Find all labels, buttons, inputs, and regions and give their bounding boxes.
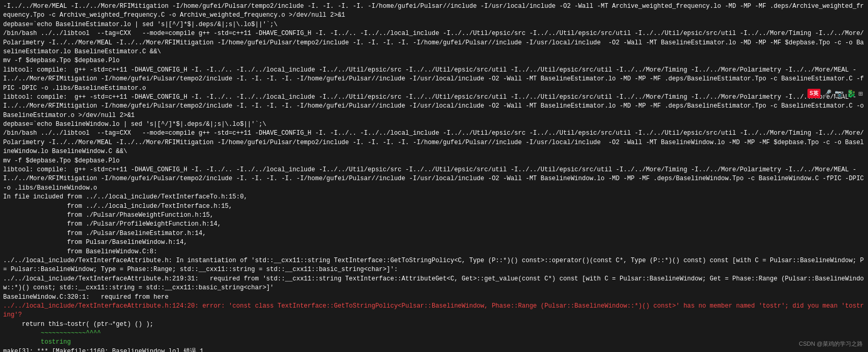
terminal-line-25: make[3]: *** [Makefile:1160: BaselineWin… bbox=[3, 347, 865, 352]
terminal-line-22: return this→tostr( (ptr→*get) () ); bbox=[3, 320, 865, 329]
terminal-line-1: -I../../More/MEAL -I../../More/RFIMitiga… bbox=[3, 2, 865, 20]
terminal-line-10: libtool: compile: g++ -std=c++11 -DHAVE_… bbox=[3, 166, 865, 193]
terminal-line-5: libtool: compile: g++ -std=c++11 -DHAVE_… bbox=[3, 66, 865, 93]
dragon-icon: 🐉 bbox=[847, 89, 855, 98]
terminal-line-11: In file included from ../../local_includ… bbox=[3, 193, 865, 202]
terminal-line-7: depbase=`echo BaselineWindow.lo | sed 's… bbox=[3, 120, 865, 129]
terminal-line-18: ../../local_include/TextInterfaceAttribu… bbox=[3, 256, 865, 275]
watermark-bottom-right: CSDN @菜鸡的学习之路 bbox=[799, 340, 863, 348]
camera-icon: 📷 bbox=[835, 89, 843, 98]
terminal-line-15: from ./Pulsar/BaselineEstimator.h:14, bbox=[3, 229, 865, 238]
terminal-line-21: ../../local_include/TextInterfaceAttribu… bbox=[3, 302, 865, 320]
terminal-line-4: mv -f $depbase.Tpo $depbase.Plo bbox=[3, 56, 865, 65]
apps-icon: ⊞ bbox=[859, 89, 863, 98]
terminal-line-16: from Pulsar/BaselineWindow.h:14, bbox=[3, 238, 865, 247]
microphone-icon: 🎤 bbox=[823, 89, 831, 98]
terminal-line-14: from ./Pulsar/ProfileWeightFunction.h:14… bbox=[3, 220, 865, 229]
terminal-line-20: BaselineWindow.C:320:1: required from he… bbox=[3, 293, 865, 302]
toolbar-icons: 🎤 📷 🐉 ⊞ bbox=[823, 89, 863, 98]
terminal-line-3: /bin/bash ../../libtool --tag=CXX --mode… bbox=[3, 29, 865, 56]
watermark-top-right: S英 🎤 📷 🐉 ⊞ bbox=[807, 89, 863, 98]
terminal-line-13: from ./Pulsar/PhaseWeightFunction.h:15, bbox=[3, 211, 865, 220]
terminal-line-12: from ../../local_include/TextInterface.h… bbox=[3, 202, 865, 211]
terminal-line-2: depbase=`echo BaselineEstimator.lo | sed… bbox=[3, 20, 865, 29]
terminal-line-17: from BaselineWindow.C:8: bbox=[3, 248, 865, 256]
terminal-line-23: ~~~~~~~~~~~~^^^^ bbox=[3, 329, 865, 338]
sougou-icon: S英 bbox=[807, 89, 821, 98]
output-lines: -I../../More/MEAL -I../../More/RFIMitiga… bbox=[3, 2, 865, 352]
terminal-line-6: libtool: compile: g++ -std=c++11 -DHAVE_… bbox=[3, 93, 865, 120]
terminal-line-24: tostring bbox=[3, 338, 865, 347]
terminal: -I../../More/MEAL -I../../More/RFIMitiga… bbox=[0, 0, 868, 352]
watermark-text: CSDN @菜鸡的学习之路 bbox=[799, 341, 863, 347]
terminal-line-8: /bin/bash ../../libtool --tag=CXX --mode… bbox=[3, 129, 865, 156]
terminal-line-19: ../../local_include/TextInterfaceAttribu… bbox=[3, 275, 865, 293]
terminal-line-9: mv -f $depbase.Tpo $depbase.Plo bbox=[3, 157, 865, 166]
